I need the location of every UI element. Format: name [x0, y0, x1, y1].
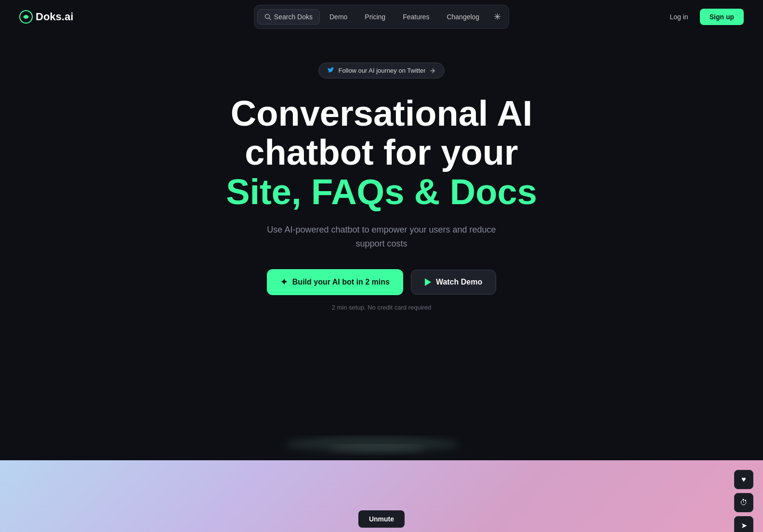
bottom-video-section: Unmute ♥ ⏱ ➤	[0, 460, 763, 532]
hero-title-colored: Site, FAQs & Docs	[226, 172, 537, 212]
heart-icon: ♥	[741, 475, 746, 484]
build-bot-button[interactable]: ✦ Build your AI bot in 2 mins	[267, 269, 403, 295]
nav-center: Search Doks Demo Pricing Features Change…	[254, 5, 509, 29]
hero-title: Conversational AIchatbot for your Site, …	[226, 94, 537, 211]
send-button[interactable]: ➤	[734, 516, 753, 532]
nav-features[interactable]: Features	[395, 10, 437, 24]
heart-button[interactable]: ♥	[734, 470, 753, 489]
build-bot-label: Build your AI bot in 2 mins	[292, 278, 390, 286]
send-icon: ➤	[741, 521, 747, 530]
svg-line-2	[269, 18, 271, 20]
search-icon	[264, 13, 271, 20]
asterisk-icon[interactable]: ✳	[489, 8, 506, 26]
arrow-right-icon	[430, 68, 435, 74]
unmute-button[interactable]: Unmute	[358, 510, 405, 528]
sparkle-icon: ✦	[280, 277, 288, 287]
hero-note: 2 min setup. No credit card required	[332, 304, 432, 311]
hero-section: Follow our AI journey on Twitter Convers…	[0, 34, 763, 460]
play-icon	[425, 278, 431, 286]
clock-icon: ⏱	[740, 498, 748, 507]
search-button[interactable]: Search Doks	[257, 9, 320, 25]
nav-right: Log in Sign up	[663, 9, 744, 25]
nav-demo[interactable]: Demo	[322, 10, 355, 24]
hero-subtitle: Use AI-powered chatbot to empower your u…	[256, 223, 507, 251]
twitter-badge-text: Follow our AI journey on Twitter	[338, 67, 425, 74]
hero-buttons: ✦ Build your AI bot in 2 mins Watch Demo	[267, 269, 496, 295]
orb-svg	[165, 335, 598, 460]
watch-demo-label: Watch Demo	[436, 278, 482, 286]
nav-pricing[interactable]: Pricing	[357, 10, 393, 24]
hero-title-line1: Conversational AIchatbot for your	[231, 93, 532, 172]
twitter-badge[interactable]: Follow our AI journey on Twitter	[318, 63, 444, 78]
navbar: Doks.ai Search Doks Demo Pricing Feature…	[0, 0, 763, 34]
signup-button[interactable]: Sign up	[700, 9, 744, 25]
nav-changelog[interactable]: Changelog	[439, 10, 487, 24]
side-icons: ♥ ⏱ ➤	[734, 470, 753, 532]
orb-graphic	[165, 335, 598, 460]
twitter-icon	[328, 67, 334, 74]
logo[interactable]: Doks.ai	[19, 10, 73, 24]
clock-button[interactable]: ⏱	[734, 493, 753, 512]
watch-demo-button[interactable]: Watch Demo	[411, 270, 496, 295]
svg-point-6	[329, 445, 425, 454]
logo-text: Doks.ai	[36, 11, 73, 23]
login-button[interactable]: Log in	[663, 10, 695, 24]
